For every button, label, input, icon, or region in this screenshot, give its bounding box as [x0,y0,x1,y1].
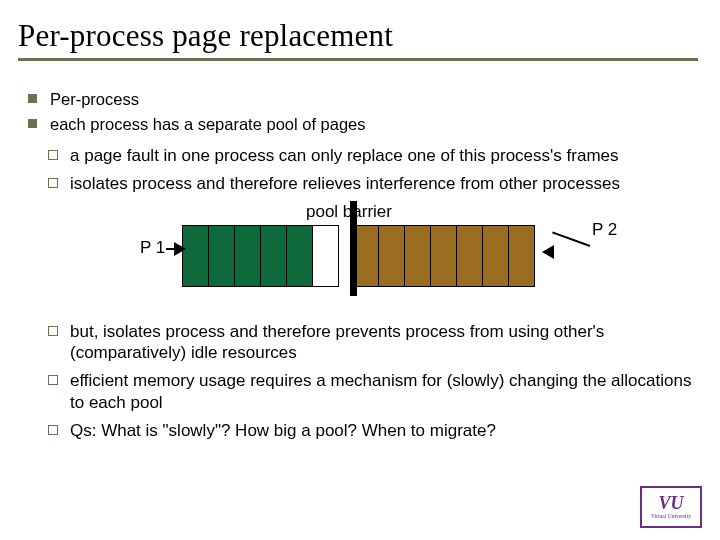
slide: Per-process page replacement Per-process… [0,0,720,540]
page-cell-brown [404,225,431,287]
p2-label: P 2 [592,219,617,241]
bullet-text: but, isolates process and therefore prev… [70,322,604,363]
bullet-text: efficient memory usage requires a mechan… [70,371,691,412]
page-cell-brown [482,225,509,287]
bullet-item: Per-process [50,89,698,110]
page-cell-empty [312,225,339,287]
vu-logo-text: VU [658,495,683,511]
vu-logo-subtext: Virtual University [651,513,691,519]
page-cell-green [208,225,235,287]
bullet-item: each process has a separate pool of page… [50,114,698,135]
arrow-p2-head [542,245,554,259]
bullet-item: a page fault in one process can only rep… [70,145,698,167]
page-cell-brown [508,225,535,287]
slide-title: Per-process page replacement [18,18,698,61]
bullet-text: isolates process and therefore relieves … [70,174,620,193]
page-cell-brown [378,225,405,287]
bullet-text: each process has a separate pool of page… [50,115,366,133]
bullet-list-level2-top: a page fault in one process can only rep… [22,145,698,195]
pool-barrier-label: pool barrier [306,201,392,223]
page-cells-row [182,225,534,287]
bullet-text: a page fault in one process can only rep… [70,146,619,165]
page-cell-brown [456,225,483,287]
bullet-list-level1: Per-process each process has a separate … [22,89,698,135]
bullet-text: Per-process [50,90,139,108]
page-cell-brown [430,225,457,287]
page-cell-green [182,225,209,287]
pool-barrier-bar [350,201,357,296]
page-cell-green [260,225,287,287]
bullet-item: isolates process and therefore relieves … [70,173,698,195]
page-cell-green [286,225,313,287]
bullet-text: Qs: What is "slowly"? How big a pool? Wh… [70,421,496,440]
pool-diagram: pool barrier P 1 P 2 [22,201,698,311]
p1-label: P 1 [140,237,165,259]
page-cell-green [234,225,261,287]
slide-content: Per-process each process has a separate … [22,89,698,441]
bullet-item: Qs: What is "slowly"? How big a pool? Wh… [70,420,698,442]
vu-logo: VU Virtual University [640,486,702,528]
arrow-p1-head [174,242,186,256]
bullet-item: efficient memory usage requires a mechan… [70,370,698,414]
arrow-p2-line [552,231,590,247]
bullet-item: but, isolates process and therefore prev… [70,321,698,365]
bullet-list-level2-bottom: but, isolates process and therefore prev… [22,321,698,442]
